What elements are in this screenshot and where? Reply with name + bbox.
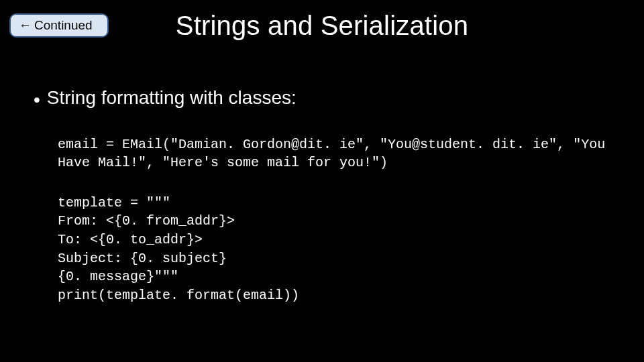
slide-title: Strings and Serialization [0, 11, 644, 41]
code-block-2: template = """ From: <{0. from_addr}> To… [58, 194, 617, 305]
bullet-text: String formatting with classes: [47, 87, 297, 109]
bullet-dot-icon: • [34, 88, 40, 111]
bullet-item: • String formatting with classes: [34, 87, 617, 111]
code-block-1: email = EMail("Damian. Gordon@dit. ie", … [58, 135, 617, 172]
slide-content: • String formatting with classes: email … [34, 87, 617, 304]
